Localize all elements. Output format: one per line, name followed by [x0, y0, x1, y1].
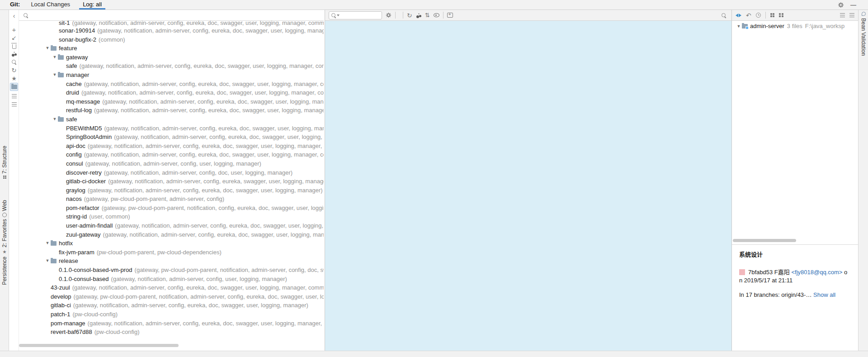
tool-button--favorites[interactable]: 2: Favorites★ — [0, 219, 9, 254]
log-search-field[interactable] — [329, 11, 382, 19]
tool-window-header: Git: Local Changes Log: all — — [0, 0, 868, 10]
group-by-directory-icon[interactable] — [770, 13, 775, 18]
show-all-link[interactable]: Show all — [813, 291, 835, 298]
branch-row[interactable]: 0.1.0-consol-based-vm-prod(gateway, pw-c… — [19, 266, 324, 275]
log-panel: ↻ ⇅ — [325, 10, 731, 351]
expand-all-icon[interactable] — [840, 13, 845, 18]
expand-all-icon[interactable] — [9, 92, 19, 100]
branch-folder-row[interactable]: ▼ feature — [19, 44, 324, 53]
branch-row[interactable]: revert-baf67d88(pw-cloud-config) — [19, 328, 324, 337]
branch-row[interactable]: config(gateway, notification, admin-serv… — [19, 150, 324, 159]
branch-row[interactable]: patch-1(pw-cloud-config) — [19, 310, 324, 319]
chevron-down-icon[interactable]: ▼ — [52, 53, 58, 62]
chevron-down-icon[interactable]: ▼ — [52, 115, 58, 124]
history-clock-icon[interactable] — [756, 13, 761, 18]
hide-icon[interactable]: — — [850, 1, 856, 8]
branches-search-field[interactable] — [19, 10, 324, 21]
branch-folder-row[interactable]: ▼ manager — [19, 71, 324, 80]
group-by-module-icon[interactable] — [779, 13, 783, 18]
branch-folder-row[interactable]: ▼ gateway — [19, 53, 324, 62]
tool-button-web[interactable]: Web — [0, 200, 9, 217]
author-email-link[interactable]: <fjy8018@qq.com> — [791, 269, 842, 276]
right-tool-stripe: Bean Validation — [858, 10, 868, 351]
branch-row[interactable]: restful-log(gateway, notification, admin… — [19, 106, 324, 115]
commit-hash: 7bfabd53 — [748, 269, 773, 276]
horizontal-scrollbar[interactable] — [19, 344, 179, 347]
collapse-all-icon[interactable] — [9, 100, 19, 108]
branch-row[interactable]: gitlab-ci(gateway, notification, admin-s… — [19, 301, 324, 310]
git-label: Git: — [0, 0, 24, 10]
find-icon[interactable] — [722, 13, 726, 18]
branch-row[interactable]: cache(gateway, notification, admin-serve… — [19, 80, 324, 89]
new-log-tab-icon[interactable] — [447, 13, 453, 18]
branch-row[interactable]: SpringBootAdmin(gateway, notification, a… — [19, 133, 324, 142]
branch-row[interactable]: pom-refactor(gateway, pw-cloud-pom-paren… — [19, 204, 324, 213]
delete-icon[interactable] — [9, 42, 19, 50]
checkout-icon[interactable]: ↙ — [9, 33, 19, 42]
chevron-down-icon[interactable]: ▼ — [44, 257, 51, 266]
folder-icon — [51, 241, 57, 246]
branch-row[interactable]: user-admin-findall(gateway, notification… — [19, 221, 324, 230]
refresh-icon[interactable]: ↻ — [9, 66, 19, 74]
branch-row[interactable]: safe(gateway, notification, admin-server… — [19, 62, 324, 71]
gear-icon[interactable] — [838, 2, 844, 8]
branch-row[interactable]: druid(gateway, notification, admin-serve… — [19, 88, 324, 97]
chevron-down-icon[interactable]: ▼ — [44, 44, 51, 53]
revert-icon[interactable]: ↶ — [746, 12, 751, 19]
group-by-directory-icon[interactable] — [10, 83, 18, 91]
add-icon[interactable]: + — [9, 25, 19, 33]
branch-row[interactable]: sonar-bugfix-2(common) — [19, 35, 324, 44]
search-icon[interactable] — [9, 58, 19, 66]
bean-validation-label: Bean Validation — [860, 18, 867, 56]
gear-icon[interactable] — [386, 12, 392, 18]
sort-icon[interactable]: ⇅ — [425, 12, 430, 19]
collapse-all-icon[interactable] — [849, 13, 854, 18]
branch-row[interactable]: pom-manage(gateway, notification, admin-… — [19, 319, 324, 328]
branch-row[interactable]: mq-message(gateway, notification, admin-… — [19, 97, 324, 106]
left-tool-stripe: 7: Structure Web 2: Favorites★ Persisten… — [0, 10, 9, 351]
back-icon[interactable]: ‹ — [9, 12, 19, 20]
branch-row[interactable]: graylog(gateway, notification, admin-ser… — [19, 186, 324, 195]
branch-row[interactable]: gitlab-ci-docker(gateway, notification, … — [19, 177, 324, 186]
branch-row[interactable]: consul(gateway, notification, admin-serv… — [19, 159, 324, 168]
chevron-down-icon[interactable]: ▼ — [736, 24, 742, 29]
branch-row[interactable]: 0.1.0-consul-based(gateway, notification… — [19, 275, 324, 284]
tab-log-all[interactable]: Log: all — [76, 0, 108, 10]
branch-folder-row[interactable]: ▼ hotfix — [19, 239, 324, 248]
branch-row[interactable]: fix-jvm-param(pw-cloud-pom-parent, pw-cl… — [19, 248, 324, 257]
tool-button-bean-validation[interactable]: Bean Validation — [859, 12, 868, 56]
branch-row[interactable]: nacos(gateway, pw-cloud-pom-parent, admi… — [19, 195, 324, 204]
branch-row[interactable]: zuul-gateway(gateway, notification, admi… — [19, 230, 324, 239]
branch-row[interactable]: sonar-190914(gateway, notification, admi… — [19, 26, 324, 35]
branches-panel: sit-1(gateway, notification, admin-serve… — [19, 10, 324, 351]
branch-row[interactable]: discover-retry(gateway, notification, ad… — [19, 168, 324, 177]
branch-row[interactable]: sit-1(gateway, notification, admin-serve… — [19, 21, 324, 26]
view-options-eye-icon[interactable] — [434, 13, 439, 17]
persistence-icon-label: Persistence — [1, 257, 8, 285]
module-name: admin-server — [750, 23, 784, 29]
refresh-icon[interactable]: ↻ — [407, 12, 412, 19]
branch-row[interactable]: api-doc(gateway, notification, admin-ser… — [19, 142, 324, 151]
branch-row[interactable]: PBEWithMD5(gateway, notification, admin-… — [19, 124, 324, 133]
branch-row[interactable]: string-id(user, common) — [19, 212, 324, 221]
tool-button--structure[interactable]: 7: Structure — [0, 146, 9, 179]
cherry-pick-icon[interactable] — [9, 50, 19, 58]
show-diff-icon[interactable] — [736, 14, 741, 17]
git-log-window: Git: Local Changes Log: all — 7: Structu… — [0, 0, 868, 357]
cherry-pick-icon[interactable] — [416, 13, 421, 18]
chevron-down-icon[interactable]: ▼ — [44, 239, 51, 248]
branch-folder-row[interactable]: ▼ release — [19, 257, 324, 266]
tab-local-changes[interactable]: Local Changes — [24, 0, 76, 10]
branch-row[interactable]: 43-zuul(gateway, notification, admin-ser… — [19, 283, 324, 292]
favorite-star-icon[interactable]: ★ — [9, 74, 19, 82]
search-icon — [331, 13, 336, 18]
branches-toolbar: ‹ + ↙ ↻ ★ — [9, 10, 19, 351]
branch-row[interactable]: develop(gateway, pw-cloud-pom-parent, no… — [19, 292, 324, 301]
changed-files-root-row[interactable]: ▼ admin-server 3 files F:\java_worksp — [732, 22, 858, 30]
chevron-down-icon[interactable]: ▼ — [52, 71, 58, 80]
branch-folder-row[interactable]: ▼ safe — [19, 115, 324, 124]
tool-button-persistence[interactable]: Persistence — [0, 257, 9, 285]
commit-list — [325, 22, 731, 351]
horizontal-scrollbar[interactable] — [733, 239, 796, 242]
commit-info: 系统设计 7bfabd53 F嘉阳 <fjy8018@qq.com> on 20… — [739, 250, 849, 299]
